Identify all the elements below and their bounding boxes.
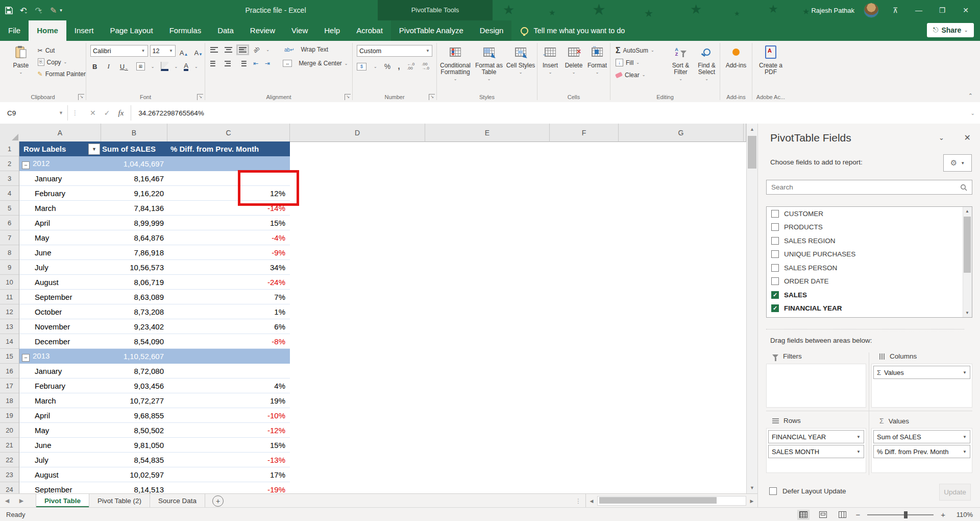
- avatar[interactable]: [864, 3, 879, 18]
- sales-value-cell[interactable]: 8,63,089: [101, 293, 167, 301]
- rows-drop-area[interactable]: FINANCIAL YEAR▼SALES MONTH▼: [766, 428, 866, 473]
- field-checkbox[interactable]: [771, 277, 779, 285]
- new-sheet-button[interactable]: +: [212, 495, 224, 507]
- field-item-sales-region[interactable]: SALES REGION: [767, 234, 972, 248]
- sales-value-cell[interactable]: 8,64,876: [101, 233, 167, 242]
- pivot-row-17[interactable]: February9,03,4564%: [19, 378, 290, 393]
- sales-value-cell[interactable]: 10,02,597: [101, 470, 167, 479]
- tab-review[interactable]: Review: [242, 20, 283, 41]
- brush-icon[interactable]: ✎: [50, 6, 57, 15]
- area-pill-values[interactable]: ΣValues▼: [873, 366, 970, 379]
- field-checkbox[interactable]: ✓: [771, 291, 779, 299]
- spreadsheet-grid[interactable]: ABCDEFG 1Row Labels▼Sum of SALES% Diff. …: [0, 124, 757, 493]
- zoom-level[interactable]: 110%: [952, 511, 973, 518]
- redo-icon[interactable]: ↷ ⌄: [35, 6, 42, 15]
- underline-button[interactable]: U ⌄: [118, 63, 130, 70]
- pivot-row-14[interactable]: December8,54,090-8%: [19, 334, 290, 349]
- select-all-corner[interactable]: [0, 124, 20, 142]
- sales-value-cell[interactable]: 9,03,456: [101, 382, 167, 390]
- pct-value-cell[interactable]: 1%: [167, 307, 290, 316]
- filters-drop-area[interactable]: [766, 364, 866, 408]
- customize-qat-icon[interactable]: ▾: [60, 8, 62, 13]
- column-header-A[interactable]: A: [19, 124, 101, 142]
- percent-style-icon[interactable]: %: [384, 62, 390, 70]
- sort-filter-button[interactable]: AZ Sort & Filter⌄: [668, 41, 694, 82]
- row-number-6[interactable]: 6: [0, 216, 19, 230]
- tab-insert[interactable]: Insert: [66, 20, 102, 41]
- copy-button[interactable]: ⎘Copy⌄: [38, 57, 86, 67]
- pivot-row-21[interactable]: June9,81,05015%: [19, 438, 290, 453]
- area-pill-sum-of-sales[interactable]: Sum of SALES▼: [873, 430, 970, 443]
- scroll-left-icon[interactable]: ◀: [586, 494, 597, 508]
- font-size-combo[interactable]: 12▼: [150, 45, 176, 57]
- sales-value-cell[interactable]: 1,10,52,607: [101, 352, 167, 361]
- tools-button[interactable]: ⚙▼: [943, 154, 972, 172]
- alignment-dialog-launcher[interactable]: ↘: [345, 94, 351, 100]
- tab-formulas[interactable]: Formulas: [161, 20, 210, 41]
- formula-bar-grip[interactable]: ⋮: [68, 109, 83, 116]
- number-format-combo[interactable]: Custom▼: [357, 45, 432, 57]
- column-header-F[interactable]: F: [550, 124, 619, 142]
- share-button[interactable]: ⎋ Share ⌄: [927, 23, 974, 37]
- decrease-font-icon[interactable]: A▼: [192, 45, 205, 57]
- fill-color-icon[interactable]: [161, 62, 168, 71]
- row-label-cell[interactable]: −2013: [19, 351, 101, 362]
- tab-file[interactable]: File: [0, 20, 29, 41]
- close-icon[interactable]: ✕: [959, 6, 973, 14]
- sheet-tab-pivot-table-2-[interactable]: Pivot Table (2): [89, 494, 150, 508]
- decrease-decimal-icon[interactable]: .00→.0: [422, 62, 429, 70]
- sales-value-cell[interactable]: 9,23,402: [101, 322, 167, 331]
- tab-acrobat[interactable]: Acrobat: [348, 20, 391, 41]
- update-button[interactable]: Update: [939, 484, 971, 501]
- vertical-scrollbar[interactable]: ▲ ▼: [746, 124, 757, 493]
- pct-value-cell[interactable]: 19%: [167, 396, 290, 405]
- sales-value-cell[interactable]: 8,54,090: [101, 337, 167, 346]
- format-painter-button[interactable]: ✎Format Painter: [38, 68, 86, 79]
- pct-value-cell[interactable]: 15%: [167, 219, 290, 227]
- fill-button[interactable]: ↓Fill⌄: [616, 57, 668, 68]
- sales-value-cell[interactable]: 9,68,855: [101, 411, 167, 420]
- field-item-financial-year[interactable]: ✓FINANCIAL YEAR: [767, 302, 972, 316]
- formula-input[interactable]: 34.2672298765564%: [131, 109, 204, 117]
- scroll-right-icon[interactable]: ▶: [746, 494, 757, 508]
- field-checkbox[interactable]: [771, 223, 779, 231]
- page-break-view-button[interactable]: [836, 510, 848, 520]
- row-number-9[interactable]: 9: [0, 260, 19, 275]
- pct-value-cell[interactable]: 6%: [167, 322, 290, 331]
- merge-center-button[interactable]: Merge & Center⌄: [299, 60, 348, 67]
- fields-search[interactable]: [766, 180, 972, 195]
- row-number-4[interactable]: 4: [0, 186, 19, 201]
- find-select-button[interactable]: Find & Select⌄: [694, 41, 720, 82]
- tab-pivottable-analyze[interactable]: PivotTable Analyze: [391, 20, 472, 41]
- column-header-C[interactable]: C: [167, 124, 290, 142]
- field-checkbox[interactable]: [771, 210, 779, 218]
- pivot-row-12[interactable]: October8,73,2081%: [19, 304, 290, 319]
- insert-cells-button[interactable]: ← Insert⌄: [538, 41, 562, 76]
- clipboard-dialog-launcher[interactable]: ↘: [78, 94, 84, 100]
- field-item-unique-purchases[interactable]: UNIQUE PURCHASES: [767, 248, 972, 262]
- field-checkbox[interactable]: [771, 250, 779, 258]
- increase-font-icon[interactable]: A▲: [178, 45, 190, 57]
- column-header-G[interactable]: G: [619, 124, 744, 142]
- tab-data[interactable]: Data: [209, 20, 242, 41]
- addins-button[interactable]: Add-ins: [720, 41, 752, 69]
- pivot-row-19[interactable]: April9,68,855-10%: [19, 408, 290, 423]
- collapse-icon[interactable]: −: [22, 161, 30, 169]
- row-number-11[interactable]: 11: [0, 290, 19, 304]
- area-pill-sales-month[interactable]: SALES MONTH▼: [768, 445, 864, 458]
- pct-value-cell[interactable]: -4%: [167, 233, 290, 242]
- field-list-scrollbar[interactable]: ▲ ▼: [963, 207, 972, 317]
- sales-value-cell[interactable]: 1,04,45,697: [101, 159, 167, 168]
- row-number-17[interactable]: 17: [0, 378, 19, 393]
- field-list-scroll-thumb[interactable]: [964, 217, 971, 273]
- row-number-23[interactable]: 23: [0, 467, 19, 482]
- sheet-nav-left-icon[interactable]: ◀: [0, 494, 14, 508]
- pct-value-cell[interactable]: 4%: [167, 382, 290, 390]
- row-number-22[interactable]: 22: [0, 453, 19, 467]
- filter-dropdown-icon[interactable]: ▼: [88, 144, 100, 155]
- row-number-5[interactable]: 5: [0, 201, 19, 216]
- field-item-products[interactable]: PRODUCTS: [767, 221, 972, 234]
- font-color-icon[interactable]: A: [184, 62, 188, 71]
- pivot-row-20[interactable]: May8,50,502-12%: [19, 423, 290, 438]
- sales-value-cell[interactable]: 7,84,136: [101, 204, 167, 212]
